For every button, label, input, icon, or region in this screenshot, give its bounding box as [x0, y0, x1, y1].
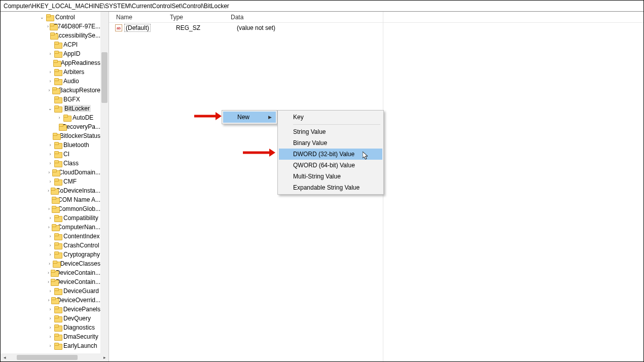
tree-item[interactable]: ›DevQuery — [1, 314, 100, 323]
value-row[interactable]: ab (Default) REG_SZ (value not set) — [109, 23, 643, 33]
tree-item[interactable]: ›DevicePanels — [1, 305, 100, 314]
chevron-right-icon[interactable]: › — [47, 234, 53, 239]
chevron-right-icon[interactable]: › — [47, 298, 50, 303]
tree-item[interactable]: RecoveryPa... — [1, 122, 100, 131]
tree-item[interactable]: ›Bluetooth — [1, 140, 100, 150]
tree-scroll-area[interactable]: ⌄ Control ›{7746D80F-97E...Accessibility… — [1, 12, 100, 353]
tree-item[interactable]: BitlockerStatus — [1, 131, 100, 140]
tree-item-control[interactable]: ⌄ Control — [1, 13, 100, 22]
tree-label: AppID — [63, 50, 80, 57]
folder-icon — [54, 96, 61, 102]
tree-item[interactable]: ›DeviceClasses — [1, 259, 100, 268]
chevron-right-icon[interactable]: › — [47, 206, 51, 211]
tree-item[interactable]: AppReadiness — [1, 58, 100, 67]
tree-label: DevQuery — [63, 315, 91, 322]
tree-item[interactable]: ›CMF — [1, 177, 100, 186]
menu-item-expandable-string-value[interactable]: Expandable String Value — [279, 182, 382, 193]
tree-item[interactable]: ›ComputerNan... — [1, 223, 100, 232]
folder-icon — [51, 188, 54, 194]
chevron-right-icon[interactable]: › — [47, 325, 53, 330]
chevron-right-icon[interactable]: › — [56, 115, 62, 120]
folder-icon — [54, 334, 61, 340]
menu-item-new[interactable]: New ▶ — [223, 112, 276, 123]
column-header-data[interactable]: Data — [231, 14, 643, 21]
tree-item[interactable]: ›BackupRestore — [1, 86, 100, 95]
tree-item[interactable]: COM Name A... — [1, 195, 100, 204]
horizontal-scrollbar[interactable]: ◂ ▸ — [1, 353, 109, 361]
menu-item-binary-value[interactable]: Binary Value — [279, 137, 382, 149]
chevron-right-icon[interactable]: › — [47, 152, 53, 157]
scroll-thumb[interactable] — [17, 355, 78, 360]
menu-label: String Value — [293, 128, 326, 135]
scroll-thumb[interactable] — [101, 52, 108, 103]
vertical-scrollbar[interactable] — [100, 12, 109, 353]
tree-item[interactable]: ›Class — [1, 159, 100, 168]
tree-item[interactable]: ›ContentIndex — [1, 232, 100, 241]
tree-item[interactable]: ›Arbiters — [1, 67, 100, 77]
chevron-right-icon[interactable]: › — [47, 225, 51, 230]
tree-item[interactable]: ›Diagnostics — [1, 323, 100, 332]
tree-item[interactable]: BGFX — [1, 95, 100, 104]
tree-item[interactable]: ›DeviceGuard — [1, 286, 100, 296]
tree-item[interactable]: ›AutoDE — [1, 113, 100, 122]
scroll-left-icon[interactable]: ◂ — [1, 353, 9, 361]
chevron-right-icon[interactable]: › — [47, 79, 53, 84]
menu-item-string-value[interactable]: String Value — [279, 126, 382, 137]
tree-label: Bluetooth — [63, 141, 89, 149]
chevron-right-icon[interactable]: › — [47, 88, 51, 93]
chevron-right-icon[interactable]: › — [47, 334, 53, 339]
tree-item[interactable]: ›Audio — [1, 77, 100, 86]
tree-item[interactable]: ›AppID — [1, 49, 100, 58]
tree-item[interactable]: ›CloudDomain... — [1, 168, 100, 177]
chevron-down-icon[interactable]: ⌄ — [39, 15, 45, 20]
chevron-right-icon[interactable]: › — [47, 51, 53, 56]
chevron-right-icon[interactable]: › — [47, 188, 50, 193]
chevron-right-icon[interactable]: › — [47, 279, 50, 284]
tree-item[interactable]: ›DeviceOverrid... — [1, 296, 100, 305]
tree-item[interactable]: ›EarlyLaunch — [1, 341, 100, 350]
tree-item[interactable]: ›CommonGlob... — [1, 204, 100, 213]
tree-item[interactable]: ›DeviceContain... — [1, 277, 100, 286]
chevron-right-icon[interactable]: › — [47, 316, 53, 321]
menu-item-key[interactable]: Key — [279, 112, 382, 123]
tree-item[interactable]: AccessibilitySe... — [1, 31, 100, 40]
chevron-right-icon[interactable]: › — [47, 243, 53, 248]
column-header-name[interactable]: Name — [109, 14, 170, 21]
menu-item-qword-value[interactable]: QWORD (64-bit) Value — [279, 160, 382, 171]
chevron-right-icon[interactable]: › — [47, 343, 53, 348]
chevron-right-icon[interactable]: › — [47, 142, 53, 148]
tree-label: ContentIndex — [63, 233, 99, 240]
chevron-right-icon[interactable]: › — [47, 161, 53, 166]
tree-item[interactable]: ›CoDeviceInsta... — [1, 186, 100, 195]
chevron-right-icon[interactable]: › — [47, 270, 50, 275]
chevron-right-icon[interactable]: › — [47, 307, 53, 312]
tree-item[interactable]: ›{7746D80F-97E... — [1, 22, 100, 31]
chevron-right-icon[interactable]: › — [47, 288, 53, 294]
menu-item-dword-value[interactable]: DWORD (32-bit) Value — [279, 149, 382, 160]
tree-item[interactable]: ⌄BitLocker — [1, 104, 100, 113]
tree-pane: ⌄ Control ›{7746D80F-97E...Accessibility… — [1, 12, 109, 361]
scroll-track[interactable] — [9, 354, 100, 360]
tree-item[interactable]: ›DeviceContain... — [1, 268, 100, 277]
scroll-right-icon[interactable]: ▸ — [100, 353, 109, 361]
menu-item-multistring-value[interactable]: Multi-String Value — [279, 171, 382, 182]
tree-item[interactable]: ›Compatibility — [1, 213, 100, 223]
tree-item[interactable]: ›DmaSecurity — [1, 332, 100, 341]
chevron-right-icon[interactable]: › — [47, 179, 53, 184]
chevron-right-icon[interactable]: › — [47, 24, 49, 29]
chevron-down-icon[interactable]: ⌄ — [47, 106, 53, 111]
chevron-right-icon[interactable]: › — [47, 261, 52, 266]
tree-item[interactable]: ›Cryptography — [1, 250, 100, 259]
chevron-right-icon[interactable]: › — [47, 170, 51, 175]
column-header-type[interactable]: Type — [170, 14, 231, 21]
tree-label: {7746D80F-97E... — [52, 23, 100, 30]
tree-item[interactable]: ACPI — [1, 40, 100, 49]
tree-label: Diagnostics — [63, 324, 95, 331]
chevron-right-icon[interactable]: › — [47, 215, 53, 221]
address-bar[interactable]: Computer\HKEY_LOCAL_MACHINE\SYSTEM\Curre… — [1, 1, 643, 12]
tree-item[interactable]: ›CrashControl — [1, 241, 100, 250]
chevron-right-icon[interactable]: › — [47, 69, 53, 75]
chevron-right-icon[interactable]: › — [47, 252, 53, 257]
folder-icon — [63, 115, 70, 121]
tree-item[interactable]: ›CI — [1, 150, 100, 159]
